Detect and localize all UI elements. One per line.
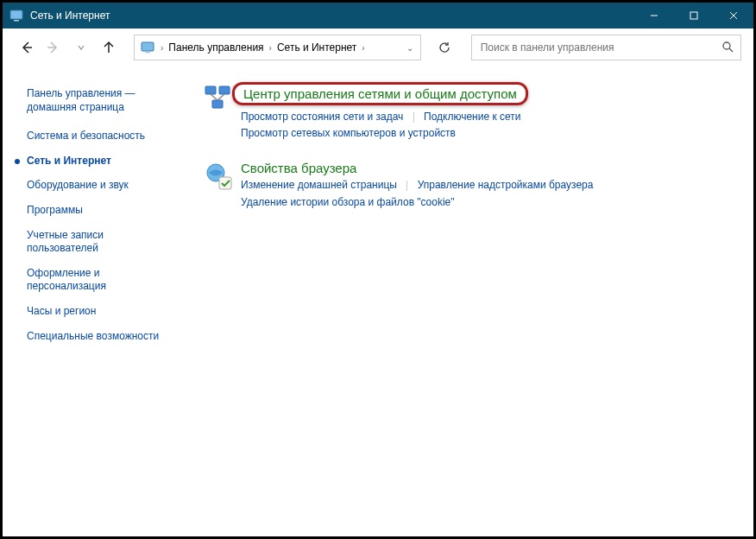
svg-rect-9 [142, 42, 154, 51]
control-panel-icon [9, 9, 23, 22]
back-button[interactable] [15, 36, 37, 59]
breadcrumb-item[interactable]: Сеть и Интернет [275, 41, 358, 54]
main-panel: Центр управления сетями и общим доступом… [186, 67, 753, 536]
navbar: › Панель управления › Сеть и Интернет › … [3, 29, 753, 67]
close-button[interactable] [714, 3, 753, 29]
forward-button[interactable] [42, 36, 65, 59]
chevron-right-icon[interactable]: › [358, 43, 368, 53]
network-sharing-icon [203, 82, 234, 113]
search-box[interactable] [471, 35, 741, 60]
svg-line-16 [211, 94, 217, 100]
svg-rect-3 [690, 12, 697, 19]
svg-rect-0 [10, 10, 22, 19]
sidebar-item-appearance[interactable]: Оформление и персонализация [27, 267, 175, 294]
svg-line-12 [729, 48, 733, 52]
delete-history-link[interactable]: Удаление истории обзора и файлов "cookie… [241, 196, 455, 208]
window-title: Сеть и Интернет [30, 10, 110, 22]
search-icon[interactable] [721, 41, 734, 55]
breadcrumb[interactable]: › Панель управления › Сеть и Интернет › … [134, 35, 421, 60]
sidebar: Панель управления — домашняя страница Си… [3, 67, 186, 536]
svg-rect-15 [212, 100, 223, 108]
view-network-computers-link[interactable]: Просмотр сетевых компьютеров и устройств [241, 127, 456, 139]
up-button[interactable] [98, 36, 120, 59]
network-sharing-center-link[interactable]: Центр управления сетями и общим доступом [243, 86, 517, 101]
window-controls [634, 3, 753, 29]
refresh-button[interactable] [432, 35, 457, 60]
breadcrumb-item[interactable]: Панель управления [167, 41, 265, 54]
divider [413, 112, 414, 123]
browser-properties-link[interactable]: Свойства браузера [241, 161, 356, 175]
control-panel-icon [140, 40, 155, 55]
svg-rect-14 [219, 86, 230, 94]
recent-locations-button[interactable] [70, 36, 92, 59]
highlight-annotation: Центр управления сетями и общим доступом [232, 82, 528, 105]
manage-addons-link[interactable]: Управление надстройками браузера [418, 179, 594, 191]
svg-rect-10 [145, 52, 150, 54]
sidebar-item-user-accounts[interactable]: Учетные записи пользователей [27, 229, 175, 256]
svg-point-11 [723, 42, 730, 49]
svg-line-17 [217, 94, 224, 100]
sidebar-item-ease-of-access[interactable]: Специальные возможности [27, 330, 175, 344]
sidebar-item-hardware-sound[interactable]: Оборудование и звук [27, 179, 175, 193]
sidebar-item-clock-region[interactable]: Часы и регион [27, 305, 175, 319]
chevron-right-icon[interactable]: › [157, 43, 167, 53]
sidebar-item-system-security[interactable]: Система и безопасность [27, 130, 175, 143]
connect-to-network-link[interactable]: Подключение к сети [424, 111, 520, 123]
content-area: Панель управления — домашняя страница Си… [3, 67, 753, 536]
titlebar: Сеть и Интернет [3, 3, 753, 29]
svg-rect-1 [14, 20, 19, 22]
chevron-right-icon[interactable]: › [266, 43, 275, 53]
svg-rect-13 [205, 86, 216, 94]
maximize-button[interactable] [674, 3, 714, 29]
sidebar-item-network-internet[interactable]: Сеть и Интернет [27, 155, 175, 168]
svg-rect-19 [219, 177, 231, 189]
sidebar-item-programs[interactable]: Программы [27, 204, 175, 218]
chevron-down-icon[interactable]: ⌄ [403, 43, 417, 53]
search-input[interactable] [479, 41, 716, 54]
category-browser-properties: Свойства браузера Изменение домашней стр… [203, 161, 736, 210]
browser-properties-icon [203, 161, 234, 192]
view-network-status-link[interactable]: Просмотр состояния сети и задач [241, 111, 403, 123]
category-network-sharing: Центр управления сетями и общим доступом… [203, 82, 736, 142]
divider [406, 181, 407, 191]
minimize-button[interactable] [634, 3, 674, 29]
sidebar-home-link[interactable]: Панель управления — домашняя страница [27, 87, 175, 114]
change-homepage-link[interactable]: Изменение домашней страницы [241, 179, 397, 191]
